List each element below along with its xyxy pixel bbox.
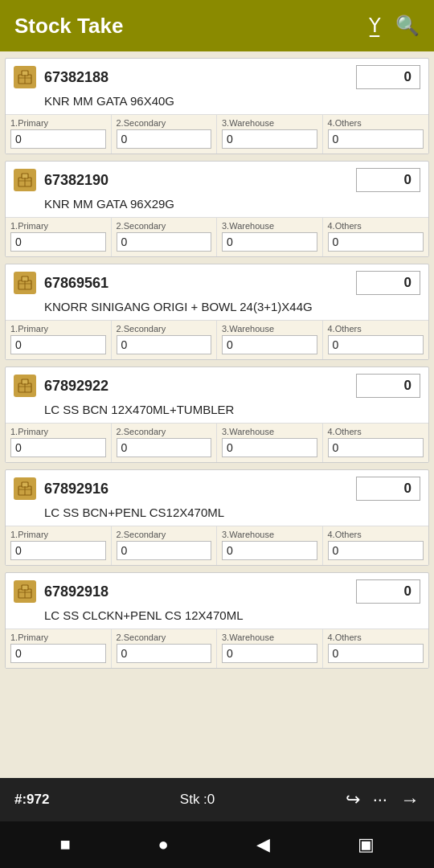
location-label: 1.Primary [10, 427, 106, 436]
product-icon [14, 169, 36, 191]
location-cell: 4.Others [323, 526, 429, 565]
location-cell: 4.Others [323, 321, 429, 359]
location-value-input[interactable] [117, 541, 212, 560]
product-left: 67892916 [14, 477, 108, 500]
recents-nav-icon[interactable]: ▣ [358, 834, 375, 855]
product-card: 673821880KNR MM GATA 96X40G1.Primary2.Se… [5, 58, 429, 154]
product-header: 678695610 [6, 264, 428, 298]
product-left: 67869561 [14, 272, 108, 294]
location-label: 4.Others [328, 221, 424, 231]
more-icon[interactable]: ··· [373, 789, 387, 810]
location-label: 4.Others [328, 530, 424, 539]
location-row: 1.Primary2.Secondary3.Warehouse4.Others [6, 217, 428, 256]
product-code: 67382188 [44, 69, 108, 86]
product-header: 673821880 [6, 59, 428, 92]
location-value-input[interactable] [10, 438, 106, 457]
location-label: 4.Others [328, 324, 424, 334]
location-cell: 4.Others [323, 424, 429, 462]
nav-bar: ■ ● ◀ ▣ [0, 821, 434, 868]
product-qty-input[interactable]: 0 [356, 579, 420, 604]
home-nav-icon[interactable]: ● [158, 834, 169, 855]
location-label: 4.Others [328, 633, 424, 642]
location-label: 2.Secondary [117, 427, 212, 436]
location-cell: 3.Warehouse [217, 115, 323, 154]
location-value-input[interactable] [328, 232, 424, 252]
back-nav-icon[interactable]: ◀ [256, 834, 270, 855]
location-value-input[interactable] [117, 232, 212, 252]
product-qty-input[interactable]: 0 [356, 374, 420, 398]
location-cell: 1.Primary [6, 424, 112, 462]
location-value-input[interactable] [117, 335, 212, 354]
location-value-input[interactable] [10, 129, 106, 149]
share-icon[interactable]: ↪ [346, 789, 360, 810]
location-value-input[interactable] [328, 438, 424, 457]
location-label: 2.Secondary [117, 530, 212, 539]
location-cell: 2.Secondary [112, 629, 218, 668]
location-label: 2.Secondary [117, 324, 212, 334]
product-name: LC SS CLCKN+PENL CS 12X470ML [6, 607, 428, 628]
product-left: 67382188 [14, 66, 108, 88]
location-value-input[interactable] [222, 232, 317, 252]
location-label: 1.Primary [10, 530, 106, 539]
product-icon [14, 477, 36, 500]
product-code: 67892916 [44, 481, 108, 497]
location-value-input[interactable] [10, 232, 106, 252]
location-value-input[interactable] [328, 335, 424, 354]
product-icon [14, 66, 36, 88]
location-cell: 4.Others [323, 218, 429, 256]
product-header: 673821900 [6, 162, 428, 195]
product-header: 678929180 [6, 573, 428, 607]
location-cell: 2.Secondary [112, 526, 218, 565]
location-label: 3.Warehouse [222, 221, 317, 231]
search-icon[interactable]: 🔍 [395, 14, 420, 37]
location-value-input[interactable] [328, 644, 424, 663]
location-label: 3.Warehouse [222, 530, 317, 539]
location-cell: 2.Secondary [112, 424, 218, 462]
location-value-input[interactable] [222, 335, 317, 354]
location-cell: 3.Warehouse [217, 321, 323, 359]
location-cell: 3.Warehouse [217, 218, 323, 256]
product-qty-input[interactable]: 0 [356, 477, 420, 501]
app-header: Stock Take Y̲ 🔍 [0, 0, 434, 51]
next-icon[interactable]: → [400, 788, 420, 811]
location-cell: 1.Primary [6, 218, 112, 256]
location-label: 3.Warehouse [222, 427, 317, 436]
product-qty-input[interactable]: 0 [356, 168, 420, 192]
bottom-bar: #:972 Stk :0 ↪ ··· → [0, 778, 434, 821]
location-cell: 1.Primary [6, 321, 112, 359]
location-cell: 2.Secondary [112, 218, 218, 256]
location-value-input[interactable] [222, 129, 317, 149]
location-value-input[interactable] [117, 644, 212, 663]
product-name: LC SS BCN+PENL CS12X470ML [6, 504, 428, 526]
product-qty-input[interactable]: 0 [356, 271, 420, 295]
location-label: 4.Others [328, 427, 424, 436]
location-value-input[interactable] [222, 541, 317, 560]
location-value-input[interactable] [10, 644, 106, 663]
location-label: 2.Secondary [117, 221, 212, 231]
location-value-input[interactable] [10, 335, 106, 354]
location-value-input[interactable] [117, 438, 212, 457]
location-row: 1.Primary2.Secondary3.Warehouse4.Others [6, 628, 428, 668]
filter-icon[interactable]: Y̲ [369, 14, 381, 37]
location-label: 3.Warehouse [222, 118, 317, 128]
product-icon [14, 580, 36, 603]
location-value-input[interactable] [222, 438, 317, 457]
location-cell: 2.Secondary [112, 321, 218, 359]
product-qty-input[interactable]: 0 [356, 65, 420, 89]
location-value-input[interactable] [222, 644, 317, 663]
stop-nav-icon[interactable]: ■ [59, 834, 70, 855]
location-value-input[interactable] [117, 129, 212, 149]
location-value-input[interactable] [328, 129, 424, 149]
location-label: 1.Primary [10, 221, 106, 231]
location-row: 1.Primary2.Secondary3.Warehouse4.Others [6, 423, 428, 462]
location-value-input[interactable] [328, 541, 424, 560]
location-value-input[interactable] [10, 541, 106, 560]
location-row: 1.Primary2.Secondary3.Warehouse4.Others [6, 114, 428, 154]
stk-label: Stk :0 [180, 792, 215, 808]
product-code: 67382190 [44, 172, 108, 189]
product-name: KNR MM GATA 96X29G [6, 195, 428, 217]
location-label: 3.Warehouse [222, 324, 317, 334]
product-name: LC SS BCN 12X470ML+TUMBLER [6, 401, 428, 423]
location-cell: 3.Warehouse [217, 629, 323, 668]
product-header: 678929160 [6, 470, 428, 504]
